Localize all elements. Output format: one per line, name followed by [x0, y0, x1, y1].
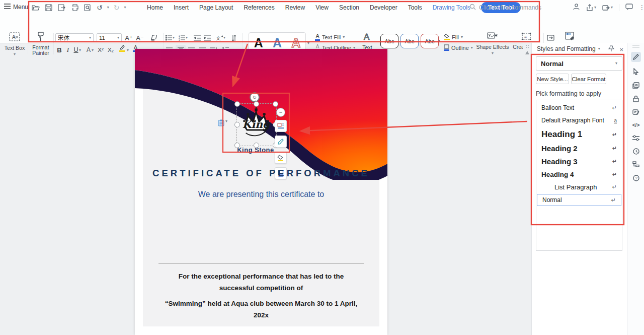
document-page[interactable]: ↻ King ▾ King Stone − CERTIFICATE OF PER… — [135, 49, 387, 335]
tab-tools[interactable]: Tools — [408, 4, 422, 11]
shape-style-red[interactable]: Abc — [421, 34, 439, 48]
text-fill-button[interactable]: A Text Fill▾ — [315, 34, 345, 41]
print-preview-icon[interactable] — [84, 4, 92, 12]
style-item-list-paragraph[interactable]: List Paragraph↵ — [536, 182, 622, 192]
certificate-subtitle[interactable]: We are presenting this certificate to — [135, 190, 387, 199]
italic-button[interactable]: I — [64, 45, 72, 54]
lock-icon[interactable] — [631, 94, 641, 104]
certificate-body-paragraph-1[interactable]: For the exceptional performance that has… — [148, 271, 374, 294]
sliders-icon[interactable] — [631, 133, 641, 143]
style-item-heading-1[interactable]: Heading 1↵ — [536, 128, 622, 141]
style-item-normal-selected[interactable]: Normal↵ — [537, 194, 621, 206]
clear-selection-icon[interactable] — [631, 80, 641, 90]
comment-icon[interactable] — [625, 3, 633, 12]
asian-layout-button[interactable]: 文 — [215, 33, 223, 42]
pin-icon[interactable] — [608, 45, 614, 54]
sort-button[interactable] — [230, 33, 238, 42]
account-icon[interactable] — [573, 3, 580, 13]
asian-layout-dropdown-icon[interactable]: ▾ — [223, 36, 225, 40]
certificate-body-paragraph-2[interactable]: “Swimming” held at Aqua club between Mar… — [148, 298, 374, 321]
selection-handle[interactable] — [254, 101, 259, 107]
style-item-heading-2[interactable]: Heading 2↵ — [536, 143, 622, 154]
bullet-list-dropdown-icon[interactable]: ▾ — [173, 36, 175, 40]
layout-options-button[interactable] — [275, 120, 287, 132]
decrease-indent-button[interactable] — [193, 33, 201, 42]
shape-style-black[interactable]: Abc — [380, 34, 398, 48]
open-file-icon[interactable] — [31, 4, 40, 12]
tab-view[interactable]: View — [315, 4, 329, 11]
tab-review[interactable]: Review — [285, 4, 305, 11]
edit-pencil-icon[interactable] — [631, 52, 641, 62]
export-icon[interactable] — [57, 4, 66, 12]
style-item-heading-4[interactable]: Heading 4↵ — [536, 169, 622, 180]
fill-color-float-button[interactable] — [275, 152, 287, 164]
wordart-style-blue[interactable]: A — [273, 36, 282, 50]
rotate-handle[interactable]: ↻ — [250, 92, 260, 102]
tab-drawing-tools[interactable]: Drawing Tools — [433, 4, 470, 11]
undo-dropdown-icon[interactable]: ▾ — [107, 6, 109, 10]
bullet-list-button[interactable] — [165, 33, 173, 42]
selection-handle[interactable] — [234, 122, 240, 127]
character-border-dropdown-icon[interactable]: ▾ — [92, 48, 94, 52]
tab-home[interactable]: Home — [147, 4, 163, 11]
font-size-select[interactable]: 11▾ — [97, 33, 122, 42]
clear-format-icon[interactable] — [150, 33, 158, 42]
more-options-icon[interactable]: ⋮ — [639, 5, 644, 11]
print-icon[interactable] — [70, 4, 79, 12]
text-box-button[interactable]: A Text Box ▾ — [3, 32, 26, 57]
close-panel-icon[interactable]: × — [619, 46, 623, 53]
crown-logo[interactable]: King — [239, 105, 273, 144]
shape-fill-button[interactable]: Fill▾ — [444, 34, 463, 40]
tab-page-layout[interactable]: Page Layout — [199, 4, 233, 11]
main-menu-button[interactable]: Menu — [4, 4, 28, 11]
increase-indent-button[interactable] — [203, 33, 211, 42]
grow-font-button[interactable]: A⁺ — [125, 33, 133, 42]
font-name-select[interactable]: 宋体▾ — [55, 33, 94, 42]
style-item-balloon-text[interactable]: Balloon Text↵ — [536, 103, 622, 112]
wordart-style-red-outline[interactable]: A — [291, 36, 300, 50]
selection-handle[interactable] — [234, 101, 240, 107]
style-item-default-paragraph-font[interactable]: Default Paragraph Fonta — [536, 116, 622, 125]
brush-style-button[interactable] — [275, 136, 287, 148]
current-style-dropdown[interactable]: Normal ▾ — [536, 56, 622, 71]
scroll-up-icon[interactable] — [525, 51, 529, 54]
format-painter-button[interactable]: FormatPainter — [29, 32, 52, 57]
switch-window-button[interactable]: ▾ — [602, 5, 613, 11]
panel-title-row[interactable]: Styles and Formatting ▾ — [537, 45, 600, 52]
code-icon[interactable]: </> — [631, 120, 641, 130]
save-icon[interactable] — [44, 4, 53, 12]
shape-outline-button[interactable]: Outline▾ — [444, 44, 473, 51]
wordart-style-black[interactable]: A — [254, 36, 263, 50]
shrink-font-button[interactable]: A⁻ — [136, 33, 144, 42]
selection-handle[interactable] — [273, 101, 278, 107]
redo-icon[interactable]: ↻ — [114, 4, 120, 11]
shape-effects-button[interactable]: Shape Effects ▾ — [476, 32, 509, 57]
splitter-grip-icon[interactable] — [525, 44, 529, 48]
command-search[interactable]: Click to find commands — [469, 4, 541, 12]
collapse-toolbar-button[interactable]: − — [276, 108, 285, 117]
highlight-dropdown-icon[interactable]: ▾ — [127, 48, 129, 52]
note-edit-icon[interactable] — [631, 107, 641, 117]
wrap-top-icon[interactable] — [546, 33, 554, 42]
bold-button[interactable]: B — [55, 45, 63, 54]
clear-format-button[interactable]: Clear Format — [571, 74, 606, 84]
wordart-gallery-more-icon[interactable]: ▾ — [307, 41, 309, 45]
superscript-button[interactable]: X² — [97, 45, 105, 54]
outline-tree-icon[interactable] — [631, 159, 641, 169]
shape-styles-more-icon[interactable]: ▾ — [438, 39, 440, 43]
shape-style-blue[interactable]: Abc — [400, 34, 419, 48]
highlight-color-button[interactable] — [119, 45, 125, 52]
undo-icon[interactable]: ↺ — [97, 4, 103, 11]
tab-section[interactable]: Section — [339, 4, 359, 11]
subscript-button[interactable]: X₂ — [107, 45, 115, 54]
strip-handle-icon[interactable] — [632, 45, 639, 48]
recipient-name-line[interactable] — [158, 263, 364, 263]
help-icon[interactable]: ? — [631, 173, 641, 183]
certificate-title[interactable]: CERTIFICATE OF PERFORMANCE — [135, 168, 387, 179]
paste-options-button[interactable]: ▾ — [218, 119, 227, 126]
tab-insert[interactable]: Insert — [174, 4, 189, 11]
numbered-list-button[interactable]: 123 — [178, 33, 186, 42]
new-style-button[interactable]: New Style... — [536, 74, 569, 84]
select-cursor-icon[interactable] — [631, 66, 641, 77]
underline-dropdown-icon[interactable]: ▾ — [79, 48, 81, 52]
